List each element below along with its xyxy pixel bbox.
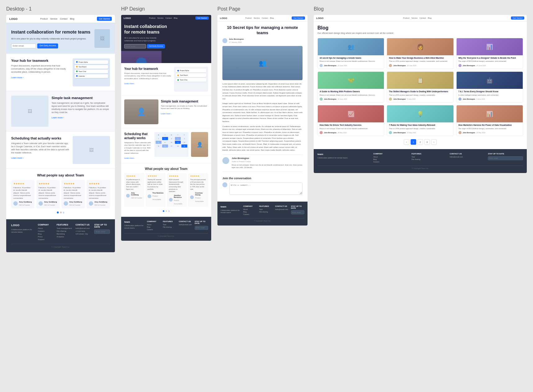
desktop1-testimonials-title: What people say about Team	[11, 173, 110, 177]
hp-footer-about[interactable]: About	[147, 224, 160, 226]
blog-card-8[interactable]: 💡 7 Rules for Making Your Ideas Industry…	[387, 105, 453, 136]
footer-features-list: Task management File sharing Marketing A…	[57, 227, 72, 238]
blog-author-1: John Birmington	[324, 65, 336, 66]
page-next-button[interactable]: ›	[431, 139, 437, 145]
footer-blog[interactable]: Blog	[38, 233, 54, 235]
comment-textarea[interactable]	[229, 182, 303, 195]
blog-footer-blog[interactable]: Blog	[373, 158, 408, 160]
hp-footer-grid: team Collaboration platform for remote t…	[124, 221, 208, 231]
desktop1-hero-form: Get Early Access	[11, 43, 91, 48]
blog-footer-email-input[interactable]	[488, 156, 523, 160]
nav-service[interactable]: Service	[50, 18, 57, 20]
desktop1-teamwork-link[interactable]: Learn more ›	[11, 76, 24, 79]
blog-card-title-7: How Data Viz Drives Tech Industry Succes…	[320, 124, 382, 126]
desktop1-early-access-button[interactable]: Get Early Access	[37, 43, 58, 48]
hp-nav-blog[interactable]: Blog	[174, 17, 177, 19]
blog-card-5[interactable]: 📋 The Skilled Managers Guide to Dealing …	[387, 71, 453, 103]
hp-early-access-button[interactable]: Get Early Access	[147, 44, 165, 48]
blog-card-3[interactable]: 📊 Why the 'Everyone Is a Designer' Debat…	[456, 38, 523, 69]
footer-analytics[interactable]: Analytics	[57, 236, 72, 238]
desktop1-email-input[interactable]	[11, 43, 36, 48]
hp-cta-button[interactable]: Get Started	[195, 16, 209, 20]
page-1-button[interactable]: 1	[411, 139, 416, 145]
blog-date-2: 18 June 2020	[407, 65, 416, 66]
footer-careers[interactable]: Careers	[38, 230, 54, 232]
post-footer-about[interactable]: About	[243, 208, 257, 210]
hp-task-link[interactable]: Learn more ›	[161, 113, 171, 115]
hp-footer-email-input[interactable]	[195, 226, 208, 230]
post-footer-features: FEATURES Task File sharing	[259, 205, 272, 216]
post-footer-company-list: About Blog Careers	[243, 208, 257, 215]
hp-footer-blog[interactable]: Blog	[147, 226, 160, 228]
footer-contact-col: CONTACT US hello@email.com +1 xxx xxxx 1…	[75, 224, 91, 241]
footer-phone: +1 xxx xxxx	[75, 230, 91, 232]
hp-nav-service[interactable]: Service	[157, 17, 163, 19]
blog-nav-service[interactable]: Service	[411, 17, 417, 19]
blog-nav-blog[interactable]: Blog	[428, 17, 431, 19]
footer-task[interactable]: Task management	[57, 227, 72, 229]
blog-card-image-1: 👥	[318, 38, 384, 55]
blog-card-2[interactable]: 👩 How to Make Your Design Business a Wel…	[387, 38, 453, 69]
blog-footer-file[interactable]: File sharing	[412, 158, 447, 160]
carousel-next-arrow[interactable]: ›	[63, 211, 64, 214]
hp-footer-file[interactable]: File sharing	[163, 226, 176, 228]
blog-nav-contact[interactable]: Contact	[419, 17, 426, 19]
blog-card-6[interactable]: 🤖 7 A.I. Terms Every Designer Should Kno…	[456, 71, 523, 103]
hp-nav-product[interactable]: Product	[149, 17, 156, 19]
hp-column: HP Design LOGO Product Service Contact B…	[121, 6, 211, 252]
blog-card-4[interactable]: 🤝 A Guide to Working With Problem Owners…	[317, 71, 384, 103]
post-footer-task[interactable]: Task	[259, 208, 272, 210]
blog-nav-product[interactable]: Product	[403, 17, 410, 19]
blog-cta-button[interactable]: Get Started	[511, 16, 524, 20]
post-nav-blog[interactable]: Blog	[270, 17, 274, 19]
blog-card-7[interactable]: 📈 How Data Viz Drives Tech Industry Succ…	[317, 105, 384, 136]
post-footer-careers[interactable]: Careers	[243, 213, 257, 215]
hp-dot-2[interactable]	[166, 210, 167, 212]
hp-carousel-next[interactable]: ›	[168, 209, 169, 213]
desktop1-task-link[interactable]: Learn more ›	[52, 116, 64, 119]
desktop1-schedule-link[interactable]: Learn more ›	[11, 157, 24, 159]
post-cta-button[interactable]: Get Started	[292, 16, 305, 20]
page-prev-button[interactable]: ‹	[404, 139, 409, 145]
blog-footer-about[interactable]: About	[373, 156, 408, 158]
dot-2[interactable]	[60, 212, 62, 213]
blog-card-meta-3: John Birmington 14 June 2020	[458, 64, 521, 67]
footer-address: 123 street, City	[75, 233, 91, 235]
desktop1-cta-button[interactable]: Get Started	[97, 17, 112, 21]
post-nav-contact[interactable]: Contact	[262, 17, 268, 19]
nav-blog[interactable]: Blog	[70, 18, 74, 20]
footer-about[interactable]: About	[38, 227, 54, 229]
footer-newsletter-input[interactable]	[94, 230, 110, 234]
footer-file[interactable]: File sharing	[57, 230, 72, 232]
nav-contact[interactable]: Contact	[60, 18, 67, 20]
post-nav-product[interactable]: Product	[245, 17, 252, 19]
blog-card-1[interactable]: 👥 10 secret tips for managing a remote t…	[317, 38, 384, 69]
post-footer-copyright: © Copyright Team Inc.	[221, 218, 304, 222]
page-3-button[interactable]: 3	[424, 139, 430, 145]
blog-card-9[interactable]: 📊 How Marketers Harness the Power of Dat…	[456, 105, 523, 136]
hp-nav-contact[interactable]: Contact	[165, 17, 172, 19]
post-nav-service[interactable]: Service	[253, 17, 260, 19]
post-footer-email-input[interactable]	[291, 210, 304, 214]
blog-footer-features-list: Task File sharing	[412, 156, 447, 160]
hp-footer-careers[interactable]: Careers	[147, 229, 160, 230]
blog-card-meta-9: John Birmington 20 May 2020	[458, 131, 521, 134]
hp-teamwork-link[interactable]: Learn more ›	[124, 83, 135, 84]
footer-press[interactable]: Press	[38, 236, 54, 238]
hp-footer-task[interactable]: Task	[163, 224, 176, 226]
nav-product[interactable]: Product	[40, 18, 48, 20]
page-2-button[interactable]: 2	[417, 139, 423, 145]
dot-1[interactable]	[57, 212, 59, 213]
blog-img-icon-4: 🤝	[348, 77, 354, 84]
blog-nav: LOGO Product Service Contact Blog Get St…	[314, 15, 527, 21]
blog-footer-task[interactable]: Task	[412, 156, 447, 158]
footer-support[interactable]: Support	[38, 239, 54, 240]
hp-dot-1[interactable]	[163, 210, 164, 212]
post-footer-file[interactable]: File sharing	[259, 211, 272, 213]
post-footer-blog[interactable]: Blog	[243, 211, 257, 213]
footer-marketing[interactable]: Marketing	[57, 233, 72, 235]
hp-email-input[interactable]	[124, 44, 146, 48]
author-info-4: Amy Goldberg CEO & Founder	[94, 201, 107, 206]
hp-schedule-link[interactable]: Learn more ›	[124, 157, 135, 159]
blog-footer-careers[interactable]: Careers	[373, 161, 408, 163]
